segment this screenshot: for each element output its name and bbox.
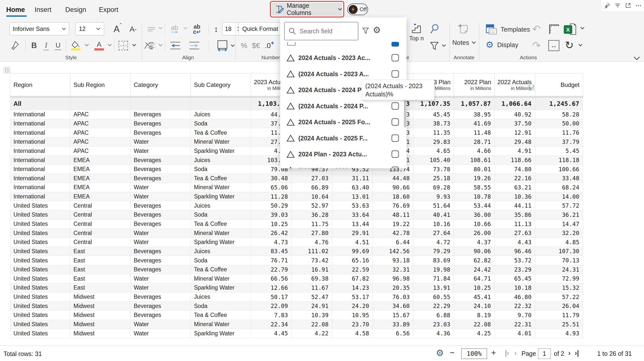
table-cell[interactable]: 27.80	[292, 228, 332, 238]
table-cell[interactable]: EMEA	[70, 165, 130, 174]
table-cell[interactable]: 96.46	[494, 247, 535, 256]
undo-button[interactable]: ↶	[530, 23, 543, 35]
field-list-item[interactable]: 2024 Plan - 2023 Actu...	[280, 146, 406, 162]
table-cell[interactable]: 22.32	[494, 302, 535, 311]
table-cell[interactable]: 24.31	[535, 265, 583, 274]
font-family-select[interactable]: Inforiver Sans	[10, 22, 69, 35]
increase-indent-button[interactable]	[187, 40, 201, 51]
ruler-button[interactable]	[547, 23, 561, 35]
table-cell[interactable]: 37.79	[535, 138, 583, 147]
table-cell[interactable]: Midwest	[70, 302, 130, 311]
table-cell[interactable]: Beverages	[130, 165, 191, 174]
table-cell[interactable]: 22.31	[494, 320, 535, 329]
table-cell[interactable]: 4.43	[494, 238, 535, 247]
notes-dropdown[interactable]: Notes	[452, 39, 476, 46]
table-cell[interactable]: 26.04	[535, 302, 583, 311]
table-cell[interactable]: 20.35	[373, 283, 414, 292]
table-cell[interactable]: 42.78	[373, 228, 414, 238]
table-cell[interactable]: 58.55	[454, 183, 494, 192]
filter-button[interactable]	[429, 40, 440, 52]
table-cell[interactable]: 76.71	[251, 256, 292, 265]
table-cell[interactable]: 19.26	[454, 174, 494, 183]
table-cell[interactable]: 27.63	[494, 228, 535, 238]
table-cell[interactable]: Soda	[191, 165, 251, 174]
table-cell[interactable]: Central	[70, 201, 130, 210]
table-cell[interactable]: 36.21	[535, 210, 583, 220]
table-cell[interactable]: Tea & Coffee	[191, 220, 251, 229]
table-cell[interactable]: Tea & Coffee	[191, 128, 251, 138]
format-badge[interactable]: 1.2	[528, 84, 534, 90]
table-cell[interactable]: Mineral Water	[191, 320, 251, 329]
table-cell[interactable]: United States	[10, 292, 70, 302]
table-cell[interactable]: 65.45	[494, 274, 535, 284]
borders-chevron-icon[interactable]	[132, 44, 136, 46]
vertical-align-chevron-icon[interactable]	[158, 27, 162, 30]
table-cell[interactable]: 4.93	[535, 329, 583, 338]
table-cell[interactable]: 73.42	[292, 256, 332, 265]
table-cell[interactable]: Soda	[191, 119, 251, 128]
wrap-text-button[interactable]: ab c↵	[190, 23, 204, 35]
table-cell[interactable]: 28.71	[454, 138, 494, 147]
fill-color-button[interactable]	[69, 39, 82, 52]
table-cell[interactable]: 45.41	[454, 292, 494, 302]
redo-button[interactable]: ↷	[530, 39, 543, 52]
display-button[interactable]: ⚙ Display	[486, 40, 518, 49]
table-cell[interactable]: 69.38	[292, 274, 332, 284]
italic-button[interactable]: I	[41, 39, 51, 52]
first-page-button[interactable]: |‹	[505, 349, 509, 357]
table-cell[interactable]: 52.97	[292, 201, 332, 210]
table-cell[interactable]: Water	[130, 329, 191, 338]
top-n-button[interactable]	[410, 22, 422, 35]
horizontal-align-chevron-icon[interactable]	[158, 44, 162, 46]
table-cell[interactable]: United States	[10, 220, 70, 229]
table-cell[interactable]: 1,245.67	[535, 97, 583, 110]
tab-insert[interactable]: Insert	[34, 6, 52, 14]
table-cell[interactable]: 10.39	[292, 311, 332, 320]
field-checkbox[interactable]	[392, 166, 399, 168]
table-cell[interactable]: APAC	[70, 138, 130, 147]
table-cell[interactable]: Beverages	[130, 311, 191, 320]
table-cell[interactable]: 4.76	[292, 238, 332, 247]
field-list-item[interactable]: 2024 Actuals - 2023 Ac...	[280, 50, 406, 66]
column-header[interactable]: Region	[10, 73, 70, 96]
table-cell[interactable]: 32.20	[535, 228, 583, 238]
table-cell[interactable]: 38.73	[414, 119, 454, 128]
power-toggle[interactable]: Off	[347, 4, 368, 15]
table-cell[interactable]: Juices	[191, 247, 251, 256]
horizontal-align-button[interactable]	[146, 40, 157, 51]
excel-chevron-icon[interactable]	[580, 27, 584, 30]
table-cell[interactable]: 63.40	[332, 183, 373, 192]
table-cell[interactable]: 50.29	[251, 201, 292, 210]
table-cell[interactable]: 76.69	[373, 201, 414, 210]
table-cell[interactable]: 60.55	[414, 292, 454, 302]
table-cell[interactable]: Beverages	[130, 156, 191, 165]
table-cell[interactable]: 29.91	[332, 228, 373, 238]
table-cell[interactable]: United States	[10, 228, 70, 238]
table-cell[interactable]: 32.31	[373, 265, 414, 274]
table-cell[interactable]: 11.35	[414, 128, 454, 138]
table-cell[interactable]: 31.11	[332, 174, 373, 183]
table-cell[interactable]: Beverages	[130, 302, 191, 311]
table-cell[interactable]: 34.60	[373, 302, 414, 311]
table-cell[interactable]: 100.66	[535, 165, 583, 174]
table-cell[interactable]: United States	[10, 302, 70, 311]
column-header[interactable]: 2022 Planin Millions	[454, 73, 494, 96]
underline-button[interactable]: U	[53, 39, 63, 52]
table-cell[interactable]: APAC	[70, 119, 130, 128]
table-cell[interactable]: Juices	[191, 201, 251, 210]
filter-funnel-icon[interactable]	[362, 27, 370, 35]
table-cell[interactable]: 7.83	[251, 311, 292, 320]
table-cell[interactable]: 142.56	[373, 247, 414, 256]
field-list-item[interactable]: (2024 Plan - 2023 Actu...	[280, 162, 406, 168]
column-width-button[interactable]	[216, 39, 229, 52]
table-cell[interactable]: 11.76	[535, 128, 583, 138]
table-cell[interactable]: United States	[10, 329, 70, 338]
table-cell[interactable]: 14.23	[332, 283, 373, 292]
tab-home[interactable]: Home	[6, 6, 25, 14]
table-cell[interactable]: 71.84	[414, 274, 454, 284]
table-cell[interactable]: 10.18	[494, 283, 535, 292]
zoom-in-button[interactable]: +	[491, 348, 496, 358]
table-cell[interactable]: East	[70, 265, 130, 274]
font-size-select[interactable]: 12	[75, 22, 104, 35]
table-cell[interactable]: 22.59	[332, 265, 373, 274]
